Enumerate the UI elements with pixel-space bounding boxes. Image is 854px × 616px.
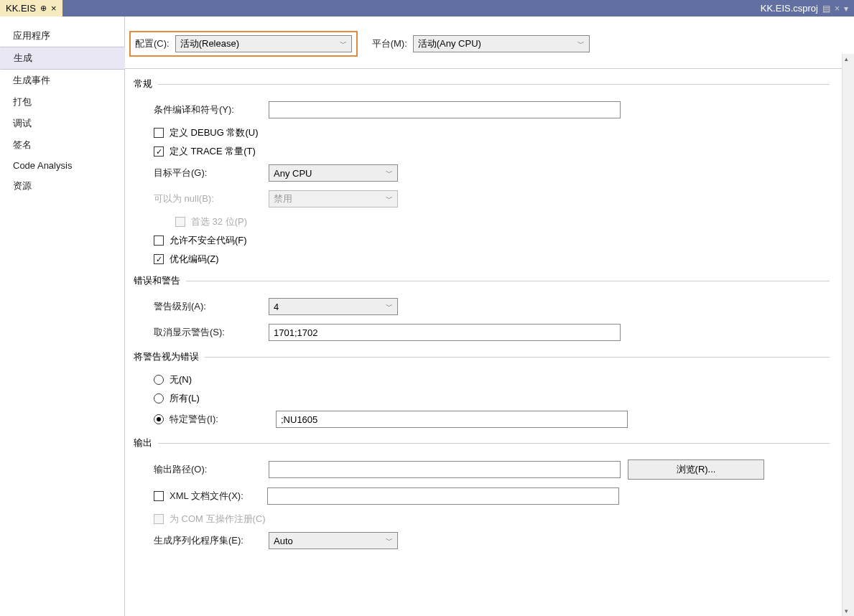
define-trace-checkbox[interactable]: [154, 146, 164, 157]
sidebar-item-package[interactable]: 打包: [0, 91, 124, 113]
target-platform-label: 目标平台(G):: [154, 167, 269, 179]
chevron-down-icon: ﹀: [577, 39, 585, 49]
sidebar-item-build-events[interactable]: 生成事件: [0, 70, 124, 91]
ser-asm-label: 生成序列化程序集(E):: [154, 534, 269, 547]
configuration-label: 配置(C):: [135, 37, 170, 50]
menu-icon[interactable]: ▤: [822, 4, 830, 14]
chevron-down-icon: ﹀: [386, 194, 393, 204]
warn-level-label: 警告级别(A):: [154, 300, 269, 313]
section-errors: 错误和警告 警告级别(A): 4 ﹀ 取消显示警告(S):: [134, 274, 845, 342]
sidebar-item-application[interactable]: 应用程序: [0, 25, 124, 47]
pin-icon[interactable]: ⊕: [40, 4, 47, 13]
sidebar: 应用程序 生成 生成事件 打包 调试 签名 Code Analysis 资源: [0, 17, 125, 616]
config-row: 配置(C): 活动(Release) ﹀ 平台(M): 活动(Any CPU) …: [125, 31, 854, 69]
optimize-label: 优化编码(Z): [170, 253, 219, 266]
treat-all-radio[interactable]: [154, 393, 164, 403]
content-panel: 配置(C): 活动(Release) ﹀ 平台(M): 活动(Any CPU) …: [125, 17, 854, 616]
suppress-warn-label: 取消显示警告(S):: [154, 326, 269, 339]
cond-symbols-label: 条件编译和符号(Y):: [154, 103, 269, 116]
output-path-input[interactable]: [269, 461, 621, 478]
dropdown-icon[interactable]: ▾: [844, 4, 848, 14]
platform-label: 平台(M):: [372, 37, 407, 50]
nullable-label: 可以为 null(B):: [154, 192, 269, 205]
project-file-label: KK.EIS.csproj: [761, 3, 818, 14]
tab-close-icon[interactable]: ×: [51, 3, 57, 14]
close-icon[interactable]: ×: [835, 4, 840, 14]
define-debug-label: 定义 DEBUG 常数(U): [170, 126, 259, 139]
suppress-warn-input[interactable]: [269, 324, 621, 341]
sidebar-item-code-analysis[interactable]: Code Analysis: [0, 156, 124, 175]
section-title: 常规: [134, 78, 152, 90]
xml-doc-checkbox[interactable]: [154, 491, 164, 501]
nullable-select: 禁用 ﹀: [269, 190, 398, 207]
chevron-down-icon: ﹀: [386, 536, 393, 546]
optimize-checkbox[interactable]: [154, 254, 164, 264]
section-output: 输出 输出路径(O): 浏览(R)... XML 文档文件(X): 为: [134, 437, 845, 550]
prefer-32bit-label: 首选 32 位(P): [191, 215, 247, 228]
xml-doc-input[interactable]: [267, 487, 619, 505]
define-trace-label: 定义 TRACE 常量(T): [170, 145, 256, 158]
section-treat-as-error: 将警告视为错误 无(N) 所有(L) 特定警告(I):: [134, 350, 845, 428]
prefer-32bit-checkbox: [175, 217, 185, 227]
treat-specific-input[interactable]: [276, 411, 628, 428]
allow-unsafe-label: 允许不安全代码(F): [170, 234, 247, 247]
treat-all-label: 所有(L): [170, 392, 200, 405]
document-tab[interactable]: KK.EIS ⊕ ×: [0, 0, 62, 17]
title-bar: KK.EIS ⊕ × KK.EIS.csproj ▤ × ▾: [0, 0, 854, 17]
platform-select[interactable]: 活动(Any CPU) ﹀: [413, 35, 590, 52]
output-path-label: 输出路径(O):: [154, 463, 269, 476]
chevron-down-icon: ﹀: [386, 302, 393, 312]
define-debug-checkbox[interactable]: [154, 128, 164, 138]
treat-none-label: 无(N): [170, 373, 192, 386]
section-title: 将警告视为错误: [134, 350, 199, 363]
section-title: 错误和警告: [134, 274, 180, 287]
com-register-checkbox: [154, 514, 164, 524]
sidebar-item-resources[interactable]: 资源: [0, 175, 124, 197]
warn-level-select[interactable]: 4 ﹀: [269, 298, 398, 315]
sidebar-item-debug[interactable]: 调试: [0, 113, 124, 134]
browse-button[interactable]: 浏览(R)...: [628, 459, 764, 480]
treat-specific-label: 特定警告(I):: [170, 413, 270, 426]
sidebar-item-signing[interactable]: 签名: [0, 134, 124, 156]
highlight-box: 配置(C): 活动(Release) ﹀: [129, 31, 358, 57]
xml-doc-label: XML 文档文件(X):: [170, 490, 267, 503]
treat-specific-radio[interactable]: [154, 414, 164, 424]
configuration-select[interactable]: 活动(Release) ﹀: [175, 35, 352, 52]
cond-symbols-input[interactable]: [269, 101, 621, 118]
com-register-label: 为 COM 互操作注册(C): [170, 513, 266, 526]
chevron-down-icon: ﹀: [386, 168, 393, 178]
vertical-scrollbar[interactable]: [842, 54, 854, 616]
allow-unsafe-checkbox[interactable]: [154, 235, 164, 246]
sidebar-item-build[interactable]: 生成: [0, 47, 125, 70]
window-controls: KK.EIS.csproj ▤ × ▾: [761, 0, 854, 17]
tab-title: KK.EIS: [6, 3, 36, 14]
target-platform-select[interactable]: Any CPU ﹀: [269, 164, 398, 182]
ser-asm-select[interactable]: Auto ﹀: [269, 532, 398, 549]
chevron-down-icon: ﹀: [340, 39, 347, 49]
section-title: 输出: [134, 437, 152, 449]
section-general: 常规 条件编译和符号(Y): 定义 DEBUG 常数(U) 定义 TRACE 常…: [134, 78, 845, 266]
treat-none-radio[interactable]: [154, 375, 164, 385]
